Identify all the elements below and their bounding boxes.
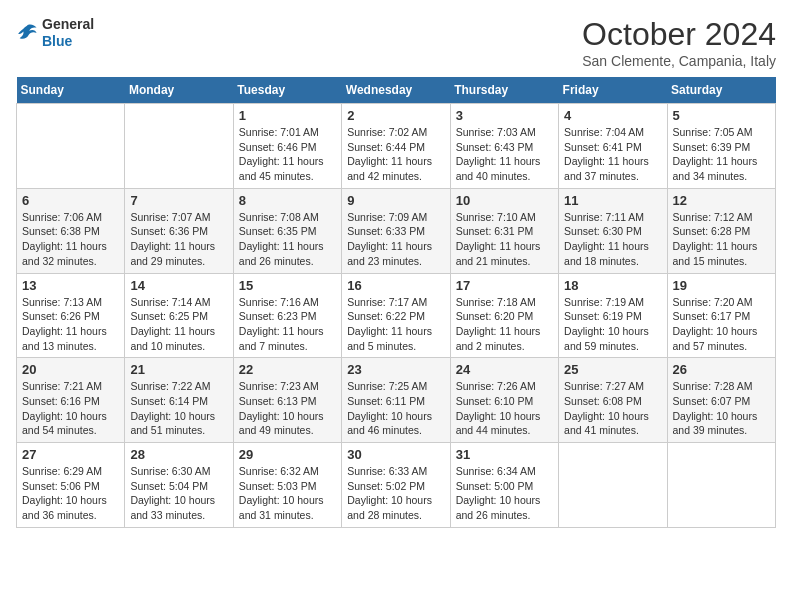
day-of-week-header: Saturday bbox=[667, 77, 775, 104]
day-info: Sunrise: 7:05 AM Sunset: 6:39 PM Dayligh… bbox=[673, 125, 770, 184]
day-number: 28 bbox=[130, 447, 227, 462]
day-info: Sunrise: 7:16 AM Sunset: 6:23 PM Dayligh… bbox=[239, 295, 336, 354]
day-number: 26 bbox=[673, 362, 770, 377]
calendar-day-cell: 25Sunrise: 7:27 AM Sunset: 6:08 PM Dayli… bbox=[559, 358, 667, 443]
day-of-week-header: Monday bbox=[125, 77, 233, 104]
calendar-day-cell: 6Sunrise: 7:06 AM Sunset: 6:38 PM Daylig… bbox=[17, 188, 125, 273]
calendar-day-cell: 22Sunrise: 7:23 AM Sunset: 6:13 PM Dayli… bbox=[233, 358, 341, 443]
calendar-day-cell: 13Sunrise: 7:13 AM Sunset: 6:26 PM Dayli… bbox=[17, 273, 125, 358]
calendar-day-cell: 23Sunrise: 7:25 AM Sunset: 6:11 PM Dayli… bbox=[342, 358, 450, 443]
day-number: 27 bbox=[22, 447, 119, 462]
day-number: 20 bbox=[22, 362, 119, 377]
day-of-week-header: Thursday bbox=[450, 77, 558, 104]
calendar-day-cell: 9Sunrise: 7:09 AM Sunset: 6:33 PM Daylig… bbox=[342, 188, 450, 273]
day-of-week-header: Wednesday bbox=[342, 77, 450, 104]
day-of-week-header: Tuesday bbox=[233, 77, 341, 104]
calendar-day-cell: 21Sunrise: 7:22 AM Sunset: 6:14 PM Dayli… bbox=[125, 358, 233, 443]
day-number: 1 bbox=[239, 108, 336, 123]
logo-bird-icon bbox=[16, 22, 38, 44]
calendar-day-cell bbox=[125, 104, 233, 189]
calendar-day-cell: 3Sunrise: 7:03 AM Sunset: 6:43 PM Daylig… bbox=[450, 104, 558, 189]
day-number: 25 bbox=[564, 362, 661, 377]
location-text: San Clemente, Campania, Italy bbox=[582, 53, 776, 69]
logo-general-text: General bbox=[42, 16, 94, 33]
page-header: General Blue October 2024 San Clemente, … bbox=[16, 16, 776, 69]
day-number: 2 bbox=[347, 108, 444, 123]
calendar-week-row: 6Sunrise: 7:06 AM Sunset: 6:38 PM Daylig… bbox=[17, 188, 776, 273]
calendar-day-cell: 27Sunrise: 6:29 AM Sunset: 5:06 PM Dayli… bbox=[17, 443, 125, 528]
day-info: Sunrise: 6:33 AM Sunset: 5:02 PM Dayligh… bbox=[347, 464, 444, 523]
day-info: Sunrise: 7:04 AM Sunset: 6:41 PM Dayligh… bbox=[564, 125, 661, 184]
day-info: Sunrise: 7:23 AM Sunset: 6:13 PM Dayligh… bbox=[239, 379, 336, 438]
day-number: 6 bbox=[22, 193, 119, 208]
calendar-day-cell: 20Sunrise: 7:21 AM Sunset: 6:16 PM Dayli… bbox=[17, 358, 125, 443]
calendar-week-row: 20Sunrise: 7:21 AM Sunset: 6:16 PM Dayli… bbox=[17, 358, 776, 443]
calendar-day-cell: 7Sunrise: 7:07 AM Sunset: 6:36 PM Daylig… bbox=[125, 188, 233, 273]
day-info: Sunrise: 7:01 AM Sunset: 6:46 PM Dayligh… bbox=[239, 125, 336, 184]
calendar-day-cell: 10Sunrise: 7:10 AM Sunset: 6:31 PM Dayli… bbox=[450, 188, 558, 273]
day-number: 22 bbox=[239, 362, 336, 377]
day-number: 8 bbox=[239, 193, 336, 208]
day-number: 18 bbox=[564, 278, 661, 293]
day-number: 31 bbox=[456, 447, 553, 462]
day-number: 4 bbox=[564, 108, 661, 123]
calendar-day-cell: 30Sunrise: 6:33 AM Sunset: 5:02 PM Dayli… bbox=[342, 443, 450, 528]
day-info: Sunrise: 7:13 AM Sunset: 6:26 PM Dayligh… bbox=[22, 295, 119, 354]
day-number: 9 bbox=[347, 193, 444, 208]
calendar-day-cell: 14Sunrise: 7:14 AM Sunset: 6:25 PM Dayli… bbox=[125, 273, 233, 358]
day-number: 16 bbox=[347, 278, 444, 293]
title-block: October 2024 San Clemente, Campania, Ita… bbox=[582, 16, 776, 69]
calendar-day-cell: 11Sunrise: 7:11 AM Sunset: 6:30 PM Dayli… bbox=[559, 188, 667, 273]
day-info: Sunrise: 7:10 AM Sunset: 6:31 PM Dayligh… bbox=[456, 210, 553, 269]
day-info: Sunrise: 7:26 AM Sunset: 6:10 PM Dayligh… bbox=[456, 379, 553, 438]
day-of-week-header: Sunday bbox=[17, 77, 125, 104]
day-info: Sunrise: 7:21 AM Sunset: 6:16 PM Dayligh… bbox=[22, 379, 119, 438]
day-number: 14 bbox=[130, 278, 227, 293]
day-info: Sunrise: 7:22 AM Sunset: 6:14 PM Dayligh… bbox=[130, 379, 227, 438]
day-info: Sunrise: 7:19 AM Sunset: 6:19 PM Dayligh… bbox=[564, 295, 661, 354]
calendar-table: SundayMondayTuesdayWednesdayThursdayFrid… bbox=[16, 77, 776, 528]
calendar-week-row: 13Sunrise: 7:13 AM Sunset: 6:26 PM Dayli… bbox=[17, 273, 776, 358]
day-number: 29 bbox=[239, 447, 336, 462]
day-number: 11 bbox=[564, 193, 661, 208]
month-title: October 2024 bbox=[582, 16, 776, 53]
logo-blue-text: Blue bbox=[42, 33, 94, 50]
day-number: 7 bbox=[130, 193, 227, 208]
calendar-day-cell: 5Sunrise: 7:05 AM Sunset: 6:39 PM Daylig… bbox=[667, 104, 775, 189]
calendar-day-cell: 19Sunrise: 7:20 AM Sunset: 6:17 PM Dayli… bbox=[667, 273, 775, 358]
day-info: Sunrise: 7:06 AM Sunset: 6:38 PM Dayligh… bbox=[22, 210, 119, 269]
calendar-day-cell: 2Sunrise: 7:02 AM Sunset: 6:44 PM Daylig… bbox=[342, 104, 450, 189]
day-of-week-header: Friday bbox=[559, 77, 667, 104]
day-number: 13 bbox=[22, 278, 119, 293]
calendar-day-cell: 15Sunrise: 7:16 AM Sunset: 6:23 PM Dayli… bbox=[233, 273, 341, 358]
calendar-day-cell: 29Sunrise: 6:32 AM Sunset: 5:03 PM Dayli… bbox=[233, 443, 341, 528]
day-info: Sunrise: 6:30 AM Sunset: 5:04 PM Dayligh… bbox=[130, 464, 227, 523]
calendar-day-cell bbox=[667, 443, 775, 528]
calendar-week-row: 27Sunrise: 6:29 AM Sunset: 5:06 PM Dayli… bbox=[17, 443, 776, 528]
calendar-week-row: 1Sunrise: 7:01 AM Sunset: 6:46 PM Daylig… bbox=[17, 104, 776, 189]
day-number: 24 bbox=[456, 362, 553, 377]
day-info: Sunrise: 7:28 AM Sunset: 6:07 PM Dayligh… bbox=[673, 379, 770, 438]
day-info: Sunrise: 7:27 AM Sunset: 6:08 PM Dayligh… bbox=[564, 379, 661, 438]
day-info: Sunrise: 7:03 AM Sunset: 6:43 PM Dayligh… bbox=[456, 125, 553, 184]
calendar-day-cell: 26Sunrise: 7:28 AM Sunset: 6:07 PM Dayli… bbox=[667, 358, 775, 443]
day-info: Sunrise: 7:12 AM Sunset: 6:28 PM Dayligh… bbox=[673, 210, 770, 269]
day-info: Sunrise: 7:09 AM Sunset: 6:33 PM Dayligh… bbox=[347, 210, 444, 269]
calendar-day-cell bbox=[17, 104, 125, 189]
calendar-day-cell bbox=[559, 443, 667, 528]
calendar-day-cell: 18Sunrise: 7:19 AM Sunset: 6:19 PM Dayli… bbox=[559, 273, 667, 358]
calendar-day-cell: 8Sunrise: 7:08 AM Sunset: 6:35 PM Daylig… bbox=[233, 188, 341, 273]
day-number: 19 bbox=[673, 278, 770, 293]
calendar-day-cell: 31Sunrise: 6:34 AM Sunset: 5:00 PM Dayli… bbox=[450, 443, 558, 528]
day-info: Sunrise: 7:11 AM Sunset: 6:30 PM Dayligh… bbox=[564, 210, 661, 269]
day-number: 3 bbox=[456, 108, 553, 123]
day-number: 17 bbox=[456, 278, 553, 293]
logo: General Blue bbox=[16, 16, 94, 50]
day-info: Sunrise: 7:18 AM Sunset: 6:20 PM Dayligh… bbox=[456, 295, 553, 354]
day-number: 21 bbox=[130, 362, 227, 377]
day-info: Sunrise: 7:14 AM Sunset: 6:25 PM Dayligh… bbox=[130, 295, 227, 354]
day-info: Sunrise: 7:20 AM Sunset: 6:17 PM Dayligh… bbox=[673, 295, 770, 354]
day-number: 23 bbox=[347, 362, 444, 377]
calendar-day-cell: 16Sunrise: 7:17 AM Sunset: 6:22 PM Dayli… bbox=[342, 273, 450, 358]
calendar-day-cell: 12Sunrise: 7:12 AM Sunset: 6:28 PM Dayli… bbox=[667, 188, 775, 273]
